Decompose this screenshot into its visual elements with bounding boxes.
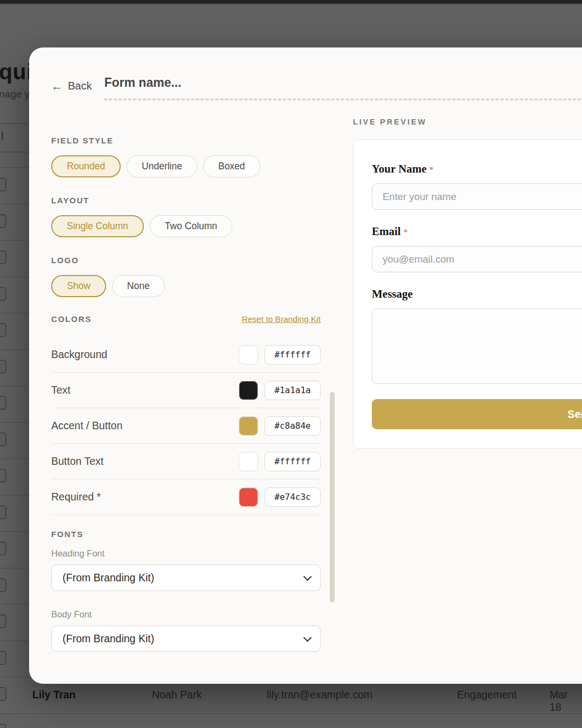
row-checkbox[interactable]: [0, 177, 6, 191]
logo-heading: LOGO: [51, 256, 79, 265]
logo-option-show[interactable]: Show: [51, 275, 106, 297]
table-cell-email: lily.tran@example.com: [267, 689, 372, 701]
preview-field-label: Your Name: [372, 162, 427, 175]
live-preview-card: Your Name* Email* Message Send: [353, 139, 582, 449]
layout-option-two-column[interactable]: Two Column: [150, 215, 232, 237]
fonts-heading: FONTS: [51, 530, 84, 539]
preview-name-input[interactable]: [372, 183, 582, 210]
logo-options: Show None: [51, 275, 165, 297]
background-top-bar: [0, 0, 582, 4]
colors-heading-row: COLORS Reset to Branding Kit: [51, 314, 321, 324]
form-customizer-modal: ← Back FIELD STYLE Rounded Underline Box…: [29, 47, 582, 684]
field-style-option-boxed[interactable]: Boxed: [203, 155, 260, 177]
row-checkbox[interactable]: [0, 614, 6, 628]
row-checkbox[interactable]: [0, 505, 6, 519]
form-name-field-wrap: [104, 75, 582, 100]
logo-option-none[interactable]: None: [112, 275, 165, 297]
color-row-label: Button Text: [51, 455, 239, 468]
color-swatch-accent[interactable]: [239, 416, 258, 436]
modal-header: ← Back: [51, 75, 582, 100]
table-cell-tag: Engagement: [457, 689, 517, 701]
background-table-row: [0, 713, 582, 728]
color-settings-list: Background #ffffff Text #1a1a1a Accent /…: [51, 337, 321, 515]
required-asterisk: *: [429, 165, 434, 174]
color-row-required: Required * #e74c3c: [51, 479, 321, 515]
heading-font-label: Heading Font: [51, 548, 105, 559]
hex-input-text[interactable]: #1a1a1a: [265, 381, 321, 400]
layout-options: Single Column Two Column: [51, 215, 232, 237]
color-row-label: Accent / Button: [51, 420, 239, 432]
row-checkbox[interactable]: [0, 396, 6, 410]
color-swatch-required[interactable]: [239, 487, 258, 507]
preview-field-name: Your Name*: [372, 162, 582, 210]
hex-input-button-text[interactable]: #ffffff: [265, 452, 321, 471]
reset-to-branding-kit-link[interactable]: Reset to Branding Kit: [242, 314, 321, 324]
row-checkbox[interactable]: [0, 469, 6, 483]
colors-heading: COLORS: [51, 314, 92, 324]
color-row-text: Text #1a1a1a: [51, 373, 321, 408]
row-checkbox[interactable]: [0, 214, 6, 228]
back-arrow-icon: ←: [51, 80, 63, 92]
color-row-label: Text: [51, 384, 239, 396]
chevron-down-icon: [303, 634, 312, 642]
hex-input-background[interactable]: #ffffff: [265, 345, 321, 365]
heading-font-selected-value: (From Branding Kit): [63, 572, 154, 584]
preview-field-label: Message: [372, 287, 413, 300]
row-checkbox[interactable]: [0, 323, 6, 337]
form-name-input[interactable]: [104, 75, 582, 90]
row-checkbox[interactable]: [0, 360, 6, 374]
field-style-heading: FIELD STYLE: [51, 136, 114, 145]
preview-message-textarea[interactable]: [372, 308, 582, 384]
field-style-option-underline[interactable]: Underline: [127, 155, 197, 177]
hex-input-accent[interactable]: #c8a84e: [265, 416, 321, 436]
preview-field-email: Email*: [372, 225, 582, 272]
panel-scrollbar-thumb[interactable]: [330, 392, 335, 602]
background-page-subtitle-fragment: nage y: [0, 88, 30, 100]
required-asterisk: *: [404, 228, 408, 237]
row-checkbox[interactable]: [0, 578, 6, 592]
row-checkbox[interactable]: [0, 651, 6, 665]
color-swatch-button-text[interactable]: [239, 452, 258, 471]
back-button-label: Back: [68, 80, 92, 92]
field-style-options: Rounded Underline Boxed: [51, 155, 260, 177]
preview-send-button[interactable]: Send: [372, 399, 582, 429]
layout-option-single-column[interactable]: Single Column: [51, 215, 144, 237]
row-checkbox[interactable]: [0, 287, 6, 301]
row-checkbox[interactable]: [0, 250, 6, 264]
body-font-select[interactable]: (From Branding Kit): [51, 626, 321, 652]
preview-field-message: Message: [372, 287, 582, 384]
background-tab-fragment: l: [1, 130, 3, 142]
body-font-selected-value: (From Branding Kit): [63, 633, 154, 645]
color-row-accent-button: Accent / Button #c8a84e: [51, 408, 321, 444]
preview-field-label: Email: [372, 225, 401, 238]
row-checkbox[interactable]: [0, 724, 6, 728]
back-button[interactable]: ← Back: [51, 75, 92, 92]
color-row-label: Required *: [51, 491, 239, 503]
live-preview-heading: LIVE PREVIEW: [353, 118, 427, 126]
row-checkbox[interactable]: [0, 432, 6, 447]
table-cell-date: Mar 18: [550, 689, 582, 713]
body-font-label: Body Font: [51, 609, 92, 620]
color-swatch-text[interactable]: [239, 381, 258, 400]
table-cell-partner: Noah Park: [152, 689, 202, 701]
color-row-button-text: Button Text #ffffff: [51, 444, 321, 479]
field-style-option-rounded[interactable]: Rounded: [51, 155, 121, 177]
color-row-background: Background #ffffff: [51, 337, 321, 373]
preview-email-input[interactable]: [372, 246, 582, 272]
table-cell-name: Lily Tran: [32, 689, 75, 701]
color-row-label: Background: [51, 348, 239, 361]
layout-heading: LAYOUT: [51, 196, 89, 205]
hex-input-required[interactable]: #e74c3c: [265, 487, 321, 507]
heading-font-select[interactable]: (From Branding Kit): [51, 565, 321, 591]
background-page-title-fragment: qui: [0, 59, 33, 85]
chevron-down-icon: [303, 573, 312, 581]
color-swatch-background[interactable]: [239, 345, 258, 365]
row-checkbox[interactable]: [0, 541, 6, 555]
